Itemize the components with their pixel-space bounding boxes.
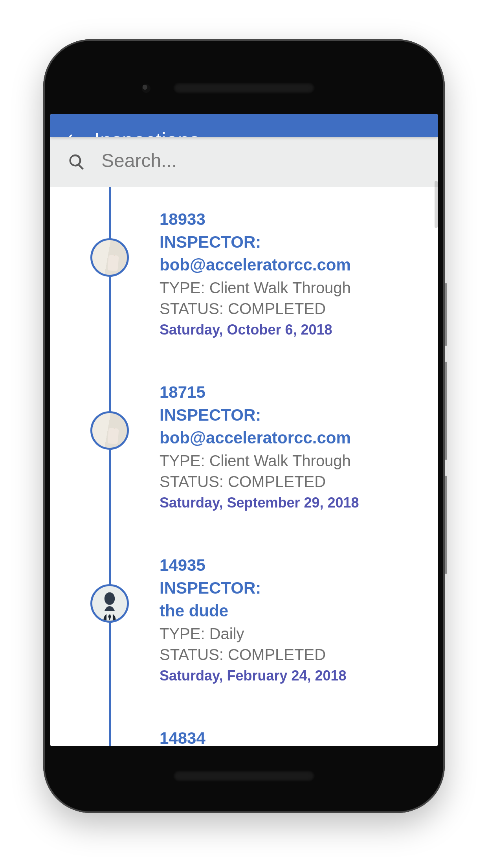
inspection-status: STATUS: COMPLETED <box>160 646 422 664</box>
phone-speaker-bottom <box>173 771 315 782</box>
inspector-value: bob@acceleratorcc.com <box>160 256 422 274</box>
avatar[interactable] <box>90 411 129 450</box>
inspection-date: Saturday, October 6, 2018 <box>160 322 422 338</box>
inspection-id: 14834 <box>160 729 422 746</box>
avatar[interactable] <box>90 584 129 623</box>
back-button[interactable] <box>60 130 79 137</box>
search-icon <box>68 153 86 171</box>
search-input[interactable] <box>101 150 424 174</box>
inspector-value: bob@acceleratorcc.com <box>160 428 422 447</box>
scroll-indicator[interactable] <box>435 181 438 228</box>
inspection-type: TYPE: Client Walk Through <box>160 279 422 297</box>
inspection-date: Saturday, February 24, 2018 <box>160 668 422 684</box>
search-bar[interactable] <box>50 137 438 187</box>
inspection-status: STATUS: COMPLETED <box>160 473 422 491</box>
phone-side-button <box>445 476 447 574</box>
inspector-label: INSPECTOR: <box>160 406 422 425</box>
inspection-list[interactable]: 18933 INSPECTOR: bob@acceleratorcc.com T… <box>50 187 438 746</box>
phone-camera <box>142 84 150 93</box>
inspection-id: 18933 <box>160 210 422 229</box>
inspection-id: 18715 <box>160 383 422 402</box>
phone-speaker-top <box>173 83 315 94</box>
page-title: Inspections <box>94 130 200 137</box>
inspector-label: INSPECTOR: <box>160 233 422 252</box>
device-stage: Inspections 18933 INSPECTOR: bob@acceler… <box>0 0 488 868</box>
list-item[interactable]: 14834 INSPECTOR: TYPE: STATUS: <box>50 706 438 746</box>
list-item[interactable]: 18933 INSPECTOR: bob@acceleratorcc.com T… <box>50 187 438 360</box>
person-icon <box>92 586 127 621</box>
inspection-type: TYPE: Client Walk Through <box>160 452 422 470</box>
inspection-type: TYPE: Daily <box>160 625 422 643</box>
phone-frame: Inspections 18933 INSPECTOR: bob@acceler… <box>43 39 445 813</box>
phone-side-button <box>445 362 447 460</box>
list-item[interactable]: 14935 INSPECTOR: the dude TYPE: Daily ST… <box>50 533 438 706</box>
inspection-date: Saturday, September 29, 2018 <box>160 495 422 511</box>
phone-side-button <box>445 283 447 346</box>
app-bar: Inspections <box>50 114 438 137</box>
chevron-left-icon <box>61 131 77 137</box>
list-item[interactable]: 18715 INSPECTOR: bob@acceleratorcc.com T… <box>50 360 438 533</box>
inspection-id: 14935 <box>160 556 422 575</box>
avatar[interactable] <box>90 238 129 277</box>
inspector-label: INSPECTOR: <box>160 579 422 598</box>
app-screen: Inspections 18933 INSPECTOR: bob@acceler… <box>50 114 438 746</box>
inspection-status: STATUS: COMPLETED <box>160 300 422 318</box>
inspector-value: the dude <box>160 601 422 620</box>
